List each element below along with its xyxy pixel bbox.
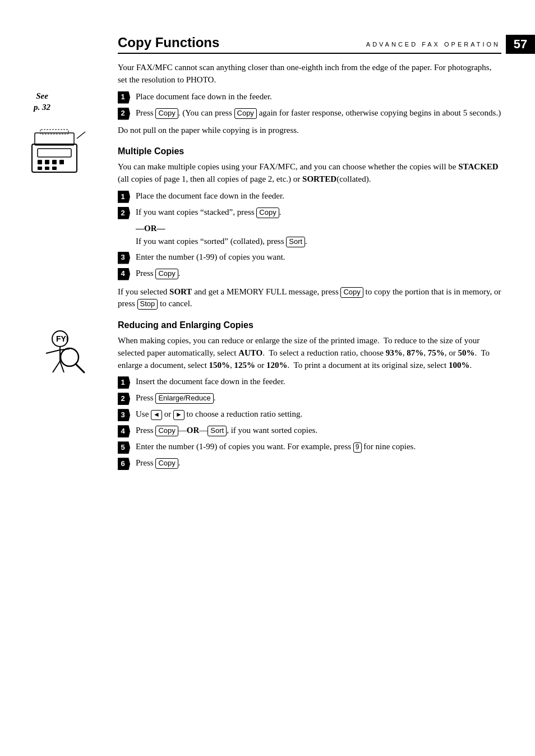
mc-step-3: 3 Enter the number (1-99) of copies you … [118,251,501,264]
page: ADVANCED FAX OPERATION 57 See p. 32 [0,29,535,756]
svg-rect-4 [38,160,42,164]
svg-rect-10 [52,167,57,170]
copy-step-1-text: Place document face down in the feeder. [136,91,501,103]
svg-rect-9 [45,167,49,170]
header-title: ADVANCED FAX OPERATION [366,41,500,48]
page-header: ADVANCED FAX OPERATION 57 [0,29,535,57]
copy-step-2-text: Press Copy. (You can press Copy again fo… [136,107,501,119]
see-page: p. 32 [34,102,50,113]
mc-step-number-3: 3 [118,252,130,264]
re-step-3: 3 Use ◄ or ► to choose a reduction ratio… [118,408,501,421]
main-content: Copy Functions Your FAX/MFC cannot scan … [0,29,535,491]
mc-step-number-1: 1 [118,191,130,203]
see-label: See [34,91,50,102]
mc-sorted-text: If you want copies “sorted” (collated), … [136,236,501,248]
svg-line-17 [46,350,60,353]
see-note: See p. 32 [34,91,50,113]
copy-key-2: Copy [234,108,257,119]
mc-step-2: 2 If you want copies “stacked”, press Co… [118,206,501,219]
sort-key-re: Sort [207,426,227,436]
svg-rect-11 [40,130,68,134]
nine-key: 9 [353,442,362,453]
re-step-1-text: Insert the document face down in the fee… [136,376,501,388]
re-step-6: 6 Press Copy. [118,457,501,470]
svg-rect-5 [45,160,49,164]
re-step-number-6: 6 [118,458,130,470]
svg-rect-8 [38,167,42,170]
svg-line-3 [77,132,85,139]
svg-rect-6 [52,160,57,164]
mc-step-1: 1 Place the document face down in the fe… [118,190,501,203]
re-step-2-text: Press Enlarge/Reduce. [136,392,501,404]
mc-step-2-text: If you want copies “stacked”, press Copy… [136,206,501,218]
step-number-2: 2 [118,108,130,120]
left-arrow-key: ◄ [151,410,162,420]
copy-key-mc: Copy [155,269,178,279]
svg-line-18 [60,349,70,350]
copy-functions-steps: 1 Place document face down in the feeder… [118,91,501,120]
or-separator: —OR— [136,224,501,233]
re-step-number-4: 4 [118,425,130,437]
re-step-5: 5 Enter the number (1-99) of copies you … [118,441,501,454]
copy-step-2: 2 Press Copy. (You can press Copy again … [118,107,501,120]
re-step-number-1: 1 [118,376,130,389]
re-step-3-text: Use ◄ or ► to choose a reduction ratio s… [136,408,501,420]
sort-key-1: Sort [286,237,305,247]
mc-step-4: 4 Press Copy. [118,268,501,280]
reducing-enlarging-steps: 1 Insert the document face down in the f… [118,376,501,470]
mc-fyi-note: If you selected SORT and get a MEMORY FU… [118,286,501,311]
copy-functions-note: Do not pull on the paper while copying i… [118,125,501,137]
fax-machine-image [29,127,91,178]
copy-key-stacked: Copy [256,208,279,218]
multiple-copies-steps: 1 Place the document face down in the fe… [118,190,501,219]
copy-key-fyi: Copy [340,287,363,298]
multiple-copies-title: Multiple Copies [118,146,501,156]
re-step-6-text: Press Copy. [136,457,501,469]
mc-step-number-4: 4 [118,268,130,280]
copy-key-re: Copy [155,426,178,436]
right-arrow-key: ► [173,410,185,420]
stop-key-fyi: Stop [137,299,158,310]
re-step-1: 1 Insert the document face down in the f… [118,376,501,389]
svg-rect-2 [35,133,74,145]
fyi-image: FYI [29,326,91,377]
multiple-copies-steps-2: 3 Enter the number (1-99) of copies you … [118,251,501,280]
copy-key-re-final: Copy [155,458,178,469]
mc-step-number-2: 2 [118,207,130,219]
svg-rect-1 [38,149,71,157]
re-step-number-2: 2 [118,393,130,405]
re-step-4-text: Press Copy—OR—Sort, if you want sorted c… [136,425,501,436]
step-number-1: 1 [118,91,130,104]
re-step-number-5: 5 [118,441,130,454]
copy-key-1: Copy [155,108,178,119]
re-step-2: 2 Press Enlarge/Reduce. [118,392,501,405]
svg-rect-7 [59,160,64,164]
svg-text:FYI: FYI [56,334,68,343]
re-step-number-3: 3 [118,409,130,421]
copy-step-1: 1 Place document face down in the feeder… [118,91,501,104]
page-number: 57 [506,35,535,54]
reducing-enlarging-intro: When making copies, you can reduce or en… [118,335,501,371]
mc-step-3-text: Enter the number (1-99) of copies you wa… [136,251,501,263]
svg-line-15 [76,364,84,372]
mc-step-1-text: Place the document face down in the feed… [136,190,501,202]
enlarge-reduce-key: Enlarge/Reduce [155,393,213,404]
svg-line-19 [53,361,60,372]
multiple-copies-intro: You can make multiple copies using your … [118,161,501,186]
re-step-5-text: Enter the number (1-99) of copies you wa… [136,441,501,453]
reducing-enlarging-title: Reducing and Enlarging Copies [118,320,501,330]
re-step-4: 4 Press Copy—OR—Sort, if you want sorted… [118,425,501,437]
copy-functions-intro: Your FAX/MFC cannot scan anything closer… [118,62,501,86]
mc-step-4-text: Press Copy. [136,268,501,279]
